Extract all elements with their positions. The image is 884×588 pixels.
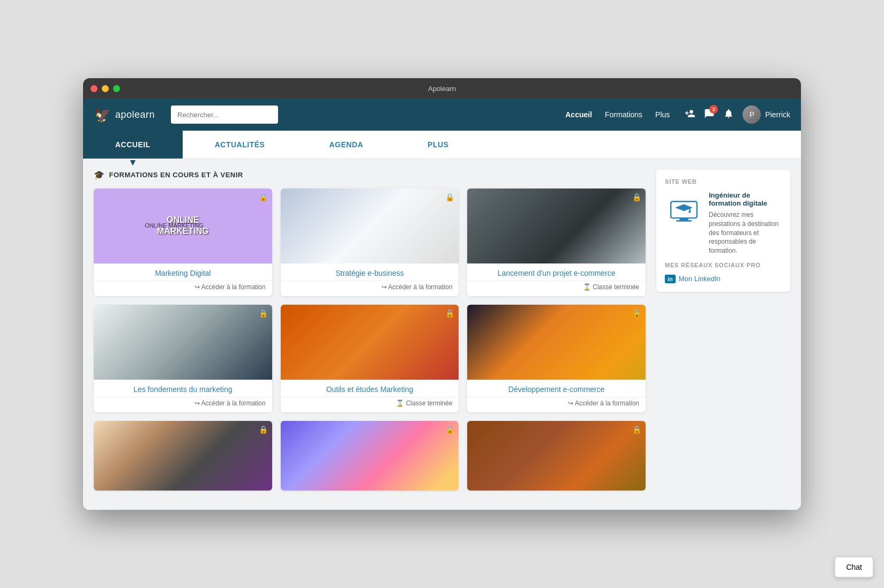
user-avatar-area[interactable]: P Pierrick xyxy=(743,105,790,124)
logo-icon: 🦅 xyxy=(94,107,111,123)
action-label: Classe terminée xyxy=(593,283,639,291)
course-action: ⌛ Classe terminée xyxy=(467,281,646,296)
lock-icon: 🔒 xyxy=(259,425,268,434)
linkedin-badge: in xyxy=(665,275,676,283)
courses-grid-row3: 🔒 🔒 🔒 xyxy=(94,421,646,491)
nav-icons: 2 P Pierrick xyxy=(685,105,790,124)
top-nav: 🦅 apolearn Accueil Formations Plus 2 P P… xyxy=(83,99,801,131)
lock-icon: 🔒 xyxy=(445,425,454,434)
close-button[interactable] xyxy=(91,85,98,92)
lock-icon: 🔒 xyxy=(259,309,268,318)
action-label: Accéder à la formation xyxy=(575,399,639,407)
avatar: P xyxy=(743,105,761,124)
title-bar: Apolearn xyxy=(83,78,801,99)
lock-icon: 🔒 xyxy=(632,309,641,318)
course-thumbnail: 🔒 xyxy=(281,189,459,263)
course-title: Les fondements du marketing xyxy=(94,380,272,397)
course-thumbnail: 🔒 xyxy=(94,421,272,491)
sub-nav: ACCUEIL ACTUALITÉS AGENDA PLUS xyxy=(83,131,801,159)
hourglass-icon: ⌛ xyxy=(396,399,404,407)
window-controls xyxy=(91,85,120,92)
course-img-text: ONLINEMARKETING xyxy=(94,189,272,263)
course-title: Développement e-commerce xyxy=(467,380,646,397)
social-section: MES RÉSEAUX SOCIAUX PRO in Mon LinkedIn xyxy=(665,262,782,283)
lock-icon: 🔒 xyxy=(632,425,641,434)
action-label: Classe terminée xyxy=(406,399,453,407)
site-desc: Découvrez mes prestations à destination … xyxy=(709,210,782,255)
nav-plus[interactable]: Plus xyxy=(655,110,670,119)
user-name: Pierrick xyxy=(765,110,790,119)
action-icon: ↪ xyxy=(194,283,200,291)
site-web-label: SITE WEB xyxy=(665,178,782,185)
maximize-button[interactable] xyxy=(113,85,120,92)
window-title: Apolearn xyxy=(428,85,456,93)
course-card-outils[interactable]: 🔒 Outils et études Marketing ⌛ Classe te… xyxy=(281,305,459,412)
minimize-button[interactable] xyxy=(102,85,109,92)
courses-grid-row1: 🔒 ONLINEMARKETING Marketing Digital ↪ Ac… xyxy=(94,189,646,296)
course-card-row3-3[interactable]: 🔒 xyxy=(467,421,646,491)
logo-text: apolearn xyxy=(115,109,155,120)
education-icon xyxy=(665,191,702,229)
course-card-row3-1[interactable]: 🔒 xyxy=(94,421,272,491)
course-card-strategie[interactable]: 🔒 Stratégie e-business ↪ Accéder à la fo… xyxy=(281,189,459,296)
course-card-row3-2[interactable]: 🔒 xyxy=(281,421,459,491)
message-badge: 2 xyxy=(709,105,718,114)
tab-plus[interactable]: PLUS xyxy=(395,131,481,159)
lock-icon: 🔒 xyxy=(445,309,454,318)
course-card-developpement[interactable]: 🔒 Développement e-commerce ↪ Accéder à l… xyxy=(467,305,646,412)
graduation-cap-icon: 🎓 xyxy=(94,170,105,180)
nav-links: Accueil Formations Plus xyxy=(565,110,670,119)
course-action: ⌛ Classe terminée xyxy=(281,397,459,412)
nav-formations[interactable]: Formations xyxy=(605,110,642,119)
hourglass-icon: ⌛ xyxy=(583,283,591,291)
course-thumbnail: 🔒 xyxy=(281,421,459,491)
site-web-content: Ingénieur de formation digitale Découvre… xyxy=(665,191,782,255)
logo[interactable]: 🦅 apolearn xyxy=(94,107,155,123)
course-action: ↪ Accéder à la formation xyxy=(281,281,459,296)
search-input[interactable] xyxy=(171,105,278,124)
site-web-card: SITE WEB xyxy=(656,170,790,292)
svg-rect-2 xyxy=(676,220,691,221)
course-thumbnail: 🔒 xyxy=(467,305,646,380)
course-action: ↪ Accéder à la formation xyxy=(467,397,646,412)
action-icon: ↪ xyxy=(568,399,573,407)
content-area: 🎓 FORMATIONS EN COURS ET À VENIR 🔒 ONLIN… xyxy=(94,170,646,499)
course-thumbnail: 🔒 xyxy=(467,421,646,491)
action-label: Accéder à la formation xyxy=(201,399,266,407)
section-title: FORMATIONS EN COURS ET À VENIR xyxy=(109,171,243,179)
chat-button[interactable]: Chat xyxy=(835,557,873,577)
svg-point-5 xyxy=(688,211,691,213)
section-header: 🎓 FORMATIONS EN COURS ET À VENIR xyxy=(94,170,646,180)
course-img-text xyxy=(281,189,459,263)
course-title: Stratégie e-business xyxy=(281,263,459,281)
course-card-lancement[interactable]: 🔒 Lancement d'un projet e-commerce ⌛ Cla… xyxy=(467,189,646,296)
nav-accueil[interactable]: Accueil xyxy=(565,110,592,119)
action-icon: ↪ xyxy=(194,399,200,407)
course-action: ↪ Accéder à la formation xyxy=(94,397,272,412)
course-title: Lancement d'un projet e-commerce xyxy=(467,263,646,281)
lock-icon: 🔒 xyxy=(632,193,641,201)
linkedin-link[interactable]: in Mon LinkedIn xyxy=(665,275,782,283)
tab-agenda[interactable]: AGENDA xyxy=(297,131,395,159)
main-content: 🎓 FORMATIONS EN COURS ET À VENIR 🔒 ONLIN… xyxy=(83,159,801,510)
course-thumbnail: 🔒 xyxy=(467,189,646,263)
courses-grid-row2: 🔒 Les fondements du marketing ↪ Accéder … xyxy=(94,305,646,412)
course-thumbnail: 🔒 ONLINEMARKETING xyxy=(94,189,272,263)
tab-accueil[interactable]: ACCUEIL xyxy=(83,131,183,159)
action-icon: ↪ xyxy=(381,283,387,291)
add-user-button[interactable] xyxy=(685,108,695,122)
course-card-fondements[interactable]: 🔒 Les fondements du marketing ↪ Accéder … xyxy=(94,305,272,412)
action-label: Accéder à la formation xyxy=(388,283,452,291)
course-action: ↪ Accéder à la formation xyxy=(94,281,272,296)
social-label: MES RÉSEAUX SOCIAUX PRO xyxy=(665,262,782,268)
notifications-button[interactable] xyxy=(723,108,734,122)
course-card-marketing-digital[interactable]: 🔒 ONLINEMARKETING Marketing Digital ↪ Ac… xyxy=(94,189,272,296)
course-thumbnail: 🔒 xyxy=(281,305,459,380)
messages-button[interactable]: 2 xyxy=(704,108,715,122)
action-label: Accéder à la formation xyxy=(201,283,266,291)
tab-actualites[interactable]: ACTUALITÉS xyxy=(183,131,297,159)
course-title: Outils et études Marketing xyxy=(281,380,459,397)
sidebar: SITE WEB xyxy=(656,170,790,499)
site-title: Ingénieur de formation digitale xyxy=(709,191,782,207)
site-info: Ingénieur de formation digitale Découvre… xyxy=(709,191,782,255)
